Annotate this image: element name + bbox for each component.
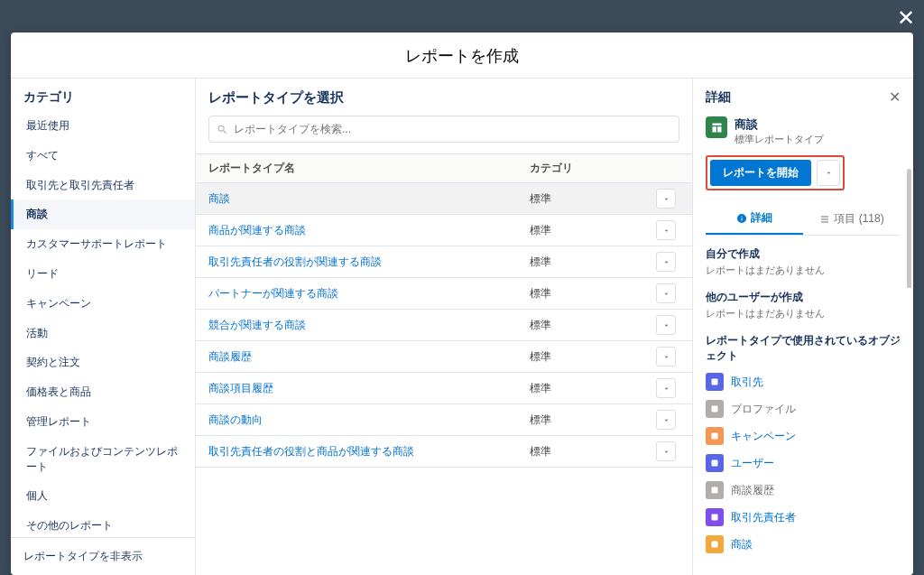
chevron-down-icon xyxy=(662,258,670,266)
row-action-menu[interactable] xyxy=(656,283,676,303)
table-row[interactable]: 商品が関連する商談標準 xyxy=(196,215,692,246)
object-link[interactable]: 商談履歴 xyxy=(731,483,774,498)
sidebar-item-2[interactable]: 取引先と取引先責任者 xyxy=(11,171,195,200)
table-row[interactable]: 取引先責任者の役割が関連する商談標準 xyxy=(196,246,692,278)
report-type-link[interactable]: 商品が関連する商談 xyxy=(208,224,306,236)
object-link[interactable]: ユーザー xyxy=(731,456,774,471)
sidebar-item-5[interactable]: リード xyxy=(11,259,195,289)
search-report-types[interactable] xyxy=(208,116,679,143)
table-row[interactable]: 商談項目履歴標準 xyxy=(196,373,692,404)
sidebar-item-1[interactable]: すべて xyxy=(11,141,195,171)
category-sidebar: カテゴリ 最近使用すべて取引先と取引先責任者商談カスタマーサポートレポートリード… xyxy=(11,79,196,575)
table-row[interactable]: 取引先責任者の役割と商品が関連する商談標準 xyxy=(196,436,692,468)
sidebar-item-6[interactable]: キャンペーン xyxy=(11,289,195,319)
row-action-menu[interactable] xyxy=(656,410,676,430)
object-item[interactable]: ユーザー xyxy=(706,454,901,472)
report-type-category: 標準 xyxy=(530,286,656,301)
details-panel: 詳細 ✕ 商談 標準レポートタイプ レポートを開始 xyxy=(693,79,913,575)
sidebar-item-13[interactable]: その他のレポート xyxy=(11,511,195,537)
sidebar-item-10[interactable]: 管理レポート xyxy=(11,407,195,437)
object-icon xyxy=(706,427,724,445)
sidebar-item-0[interactable]: 最近使用 xyxy=(11,111,195,141)
chevron-down-icon xyxy=(662,290,670,298)
search-input[interactable] xyxy=(234,123,671,135)
selected-report-type-name: 商談 xyxy=(735,116,824,133)
row-action-menu[interactable] xyxy=(656,347,676,366)
sidebar-item-11[interactable]: ファイルおよびコンテンツレポート xyxy=(11,437,195,482)
start-report-highlight: レポートを開始 xyxy=(706,155,845,190)
report-type-link[interactable]: 商談項目履歴 xyxy=(208,382,273,394)
modal-title: レポートを作成 xyxy=(11,32,913,79)
svg-rect-2 xyxy=(712,433,718,440)
object-link[interactable]: 商談 xyxy=(731,537,753,552)
report-type-link[interactable]: 商談 xyxy=(208,192,230,205)
report-type-link[interactable]: 競合が関連する商談 xyxy=(208,319,306,331)
row-action-menu[interactable] xyxy=(656,220,676,240)
scrollbar[interactable] xyxy=(907,169,911,566)
tab-fields[interactable]: 項目 (118) xyxy=(803,203,901,235)
object-icon xyxy=(706,373,724,391)
row-action-menu[interactable] xyxy=(656,252,676,272)
object-link[interactable]: 取引先責任者 xyxy=(731,510,796,525)
svg-rect-4 xyxy=(712,487,718,494)
object-item[interactable]: 取引先 xyxy=(706,373,901,391)
table-row[interactable]: パートナーが関連する商談標準 xyxy=(196,278,692,310)
row-action-menu[interactable] xyxy=(656,441,676,461)
sidebar-item-12[interactable]: 個人 xyxy=(11,481,195,511)
svg-rect-0 xyxy=(712,379,718,385)
chevron-down-icon xyxy=(825,169,833,177)
sidebar-item-4[interactable]: カスタマーサポートレポート xyxy=(11,229,195,259)
hide-report-types-link[interactable]: レポートタイプを非表示 xyxy=(11,537,195,575)
object-item[interactable]: 取引先責任者 xyxy=(706,508,901,526)
report-type-link[interactable]: パートナーが関連する商談 xyxy=(208,287,338,300)
chevron-down-icon xyxy=(662,353,670,361)
sidebar-item-7[interactable]: 活動 xyxy=(11,319,195,348)
panel-title: レポートタイプを選択 xyxy=(208,89,679,107)
object-item[interactable]: キャンペーン xyxy=(706,427,901,445)
report-type-link[interactable]: 商談履歴 xyxy=(208,350,252,363)
object-link[interactable]: プロファイル xyxy=(731,402,796,417)
object-link[interactable]: キャンペーン xyxy=(731,429,796,444)
info-icon xyxy=(736,213,747,224)
report-type-link[interactable]: 商談の動向 xyxy=(208,413,263,426)
start-report-dropdown[interactable] xyxy=(817,160,840,186)
table-row[interactable]: 競合が関連する商談標準 xyxy=(196,310,692,341)
report-type-category: 標準 xyxy=(530,255,656,270)
table-row[interactable]: 商談の動向標準 xyxy=(196,404,692,436)
svg-rect-6 xyxy=(712,542,718,548)
sidebar-item-8[interactable]: 契約と注文 xyxy=(11,348,195,377)
tab-details[interactable]: 詳細 xyxy=(706,203,803,235)
report-type-category: 標準 xyxy=(530,349,656,365)
sidebar-heading: カテゴリ xyxy=(11,79,195,111)
details-heading: 詳細 xyxy=(706,89,731,106)
report-type-category: 標準 xyxy=(530,223,656,238)
sidebar-item-3[interactable]: 商談 xyxy=(11,199,195,229)
row-action-menu[interactable] xyxy=(656,315,676,335)
section-self-created: 自分で作成 xyxy=(706,246,901,262)
svg-rect-1 xyxy=(712,406,718,413)
section-others-text: レポートはまだありません xyxy=(706,307,901,320)
chevron-down-icon xyxy=(662,227,670,235)
column-category-header: カテゴリ xyxy=(530,161,656,176)
object-icon xyxy=(706,535,724,553)
table-row[interactable]: 商談履歴標準 xyxy=(196,341,692,373)
create-report-modal: レポートを作成 カテゴリ 最近使用すべて取引先と取引先責任者商談カスタマーサポー… xyxy=(11,32,913,575)
report-type-link[interactable]: 取引先責任者の役割と商品が関連する商談 xyxy=(208,445,414,458)
object-item[interactable]: 商談 xyxy=(706,535,901,553)
sidebar-item-9[interactable]: 価格表と商品 xyxy=(11,377,195,407)
row-action-menu[interactable] xyxy=(656,189,676,209)
table-row[interactable]: 商談標準 xyxy=(196,183,692,215)
report-type-link[interactable]: 取引先責任者の役割が関連する商談 xyxy=(208,255,382,268)
object-link[interactable]: 取引先 xyxy=(731,375,763,390)
table-header: レポートタイプ名 カテゴリ xyxy=(196,153,692,183)
details-close-icon[interactable]: ✕ xyxy=(889,90,901,105)
opportunity-icon xyxy=(706,116,727,138)
section-used-objects: レポートタイプで使用されているオブジェクト xyxy=(706,333,901,364)
row-action-menu[interactable] xyxy=(656,378,676,398)
section-self-text: レポートはまだありません xyxy=(706,264,901,277)
modal-outer-close-icon[interactable]: ✕ xyxy=(897,5,915,31)
object-item[interactable]: 商談履歴 xyxy=(706,481,901,499)
start-report-button[interactable]: レポートを開始 xyxy=(710,160,811,186)
object-item[interactable]: プロファイル xyxy=(706,400,901,418)
object-icon xyxy=(706,481,724,499)
